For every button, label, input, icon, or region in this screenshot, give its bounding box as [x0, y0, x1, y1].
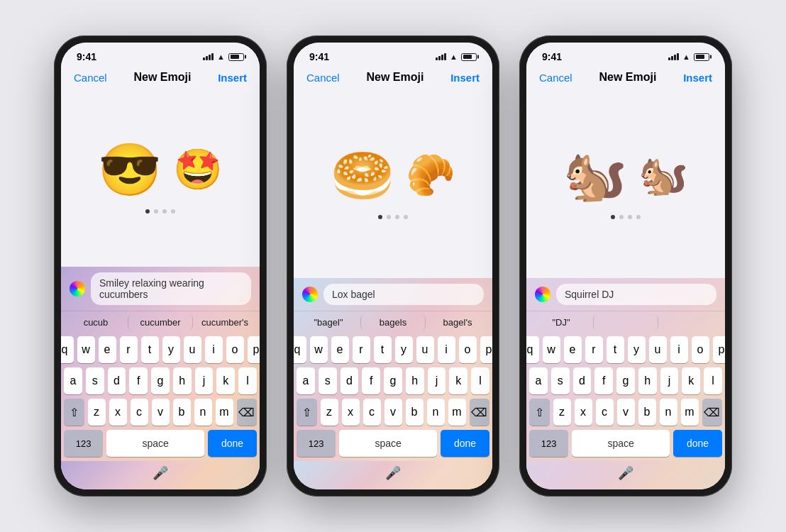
emoji-primary-1[interactable]: 😎: [98, 144, 162, 195]
key-t-2[interactable]: t: [374, 336, 392, 363]
key-c-3[interactable]: c: [596, 399, 614, 426]
key-h-2[interactable]: h: [406, 367, 424, 394]
key-j-3[interactable]: j: [660, 367, 679, 394]
key-o-1[interactable]: o: [226, 336, 244, 363]
dot-2-1[interactable]: [378, 215, 382, 219]
key-a-2[interactable]: a: [297, 367, 315, 394]
autocomplete-2-2[interactable]: bagels: [360, 315, 426, 330]
key-f-3[interactable]: f: [594, 367, 613, 394]
done-key-1[interactable]: done: [208, 430, 257, 457]
shift-key-2[interactable]: ⇧: [297, 399, 317, 426]
done-key-3[interactable]: done: [673, 430, 722, 457]
autocomplete-2-1[interactable]: "bagel": [297, 315, 360, 330]
dot-1-4[interactable]: [171, 209, 175, 214]
backspace-key-1[interactable]: ⌫: [237, 399, 258, 426]
key-u-2[interactable]: u: [416, 336, 434, 363]
key-g-3[interactable]: g: [616, 367, 635, 394]
key-a-3[interactable]: a: [529, 367, 548, 394]
emoji-secondary-3[interactable]: 🐿️: [638, 155, 688, 195]
key-w-2[interactable]: w: [310, 336, 328, 363]
key-k-1[interactable]: k: [216, 367, 235, 394]
key-e-3[interactable]: e: [564, 336, 582, 363]
key-x-2[interactable]: x: [342, 399, 360, 426]
key-j-1[interactable]: j: [195, 367, 214, 394]
key-v-3[interactable]: v: [617, 399, 635, 426]
key-b-3[interactable]: b: [638, 399, 656, 426]
key-h-3[interactable]: h: [638, 367, 657, 394]
dot-3-2[interactable]: [619, 215, 624, 219]
emoji-primary-2[interactable]: 🥯: [331, 150, 394, 201]
key-l-2[interactable]: l: [471, 367, 489, 394]
numbers-key-2[interactable]: 123: [297, 430, 336, 457]
cancel-button-2[interactable]: Cancel: [306, 72, 340, 84]
autocomplete-3-1[interactable]: "DJ": [529, 315, 593, 330]
key-l-3[interactable]: l: [704, 367, 722, 394]
dot-2-2[interactable]: [387, 215, 391, 219]
key-u-3[interactable]: u: [649, 336, 667, 363]
key-n-2[interactable]: n: [427, 399, 445, 426]
dot-2-3[interactable]: [395, 215, 399, 219]
space-key-1[interactable]: space: [106, 430, 204, 457]
dot-3-4[interactable]: [636, 215, 641, 219]
key-h-1[interactable]: h: [173, 367, 192, 394]
key-p-1[interactable]: p: [248, 336, 260, 363]
emoji-secondary-2[interactable]: 🥐: [406, 155, 455, 195]
shift-key-3[interactable]: ⇧: [529, 399, 550, 426]
insert-button-1[interactable]: Insert: [218, 72, 247, 84]
key-g-1[interactable]: g: [151, 367, 170, 394]
key-d-3[interactable]: d: [573, 367, 592, 394]
key-z-3[interactable]: z: [553, 399, 571, 426]
mic-icon-2[interactable]: 🎤: [385, 465, 401, 481]
key-d-1[interactable]: d: [108, 367, 126, 394]
key-e-2[interactable]: e: [331, 336, 349, 363]
dot-3-3[interactable]: [628, 215, 632, 219]
cancel-button-1[interactable]: Cancel: [74, 72, 107, 84]
key-t-1[interactable]: t: [141, 336, 159, 363]
key-r-2[interactable]: r: [353, 336, 370, 363]
key-i-3[interactable]: i: [670, 336, 688, 363]
key-z-1[interactable]: z: [88, 399, 106, 426]
dot-2-4[interactable]: [404, 215, 408, 219]
key-b-2[interactable]: b: [406, 399, 424, 426]
key-r-1[interactable]: r: [120, 336, 138, 363]
key-w-1[interactable]: w: [77, 336, 95, 363]
key-b-1[interactable]: b: [173, 399, 191, 426]
key-m-2[interactable]: m: [448, 399, 466, 426]
key-c-1[interactable]: c: [131, 399, 148, 426]
autocomplete-1-2[interactable]: cucumber: [128, 315, 193, 330]
text-input-2[interactable]: Lox bagel: [323, 284, 484, 305]
key-k-2[interactable]: k: [449, 367, 467, 394]
autocomplete-3-3[interactable]: [658, 315, 722, 330]
key-o-2[interactable]: o: [459, 336, 477, 363]
space-key-3[interactable]: space: [572, 430, 670, 457]
key-q-2[interactable]: q: [294, 336, 306, 363]
key-m-1[interactable]: m: [216, 399, 233, 426]
key-z-2[interactable]: z: [321, 399, 338, 426]
key-x-3[interactable]: x: [575, 399, 592, 426]
key-i-2[interactable]: i: [438, 336, 455, 363]
key-w-3[interactable]: w: [543, 336, 560, 363]
autocomplete-2-3[interactable]: bagel's: [426, 315, 489, 330]
key-k-3[interactable]: k: [682, 367, 700, 394]
key-v-2[interactable]: v: [384, 399, 402, 426]
key-l-1[interactable]: l: [238, 367, 257, 394]
key-q-1[interactable]: q: [61, 336, 74, 363]
autocomplete-1-1[interactable]: cucub: [64, 315, 128, 330]
shift-key-1[interactable]: ⇧: [64, 399, 84, 426]
cancel-button-3[interactable]: Cancel: [539, 72, 572, 84]
text-input-1[interactable]: Smiley relaxing wearing cucumbers: [91, 272, 251, 305]
key-e-1[interactable]: e: [99, 336, 116, 363]
insert-button-3[interactable]: Insert: [683, 72, 712, 84]
key-f-1[interactable]: f: [129, 367, 148, 394]
mic-icon-3[interactable]: 🎤: [618, 465, 633, 481]
key-g-2[interactable]: g: [384, 367, 402, 394]
key-y-2[interactable]: y: [395, 336, 413, 363]
key-t-3[interactable]: t: [607, 336, 624, 363]
key-v-1[interactable]: v: [152, 399, 170, 426]
key-p-3[interactable]: p: [713, 336, 726, 363]
key-u-1[interactable]: u: [184, 336, 201, 363]
key-q-3[interactable]: q: [526, 336, 539, 363]
backspace-key-2[interactable]: ⌫: [470, 399, 490, 426]
dot-1-3[interactable]: [162, 209, 167, 214]
key-s-2[interactable]: s: [319, 367, 337, 394]
